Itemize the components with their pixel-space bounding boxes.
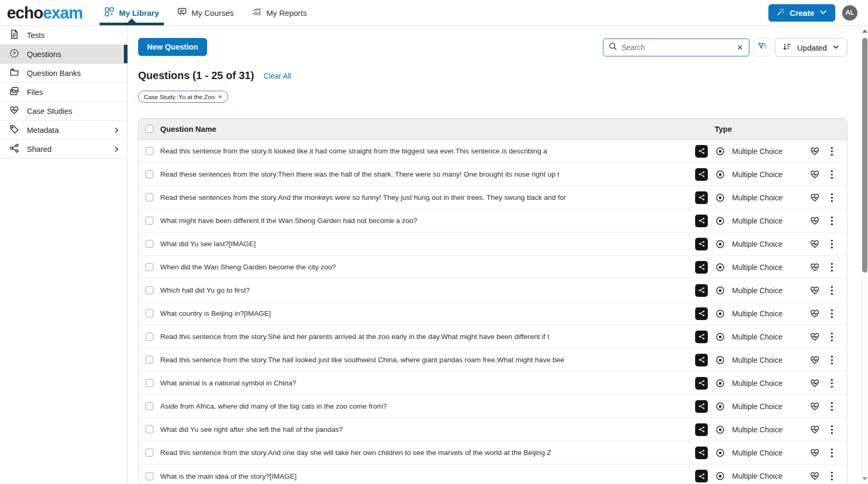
row-menu-button[interactable] (831, 425, 833, 434)
new-question-button[interactable]: New Question (138, 38, 207, 56)
row-checkbox[interactable] (145, 286, 153, 294)
row-menu-button[interactable] (831, 448, 833, 458)
scrollbar-up-arrow[interactable] (862, 30, 867, 33)
filter-button[interactable] (754, 38, 771, 56)
tab-my-reports[interactable]: My Reports (243, 0, 316, 25)
case-study-icon[interactable] (810, 332, 820, 342)
sort-button[interactable]: Updated (775, 38, 847, 57)
question-name[interactable]: Read these sentences from the story.Then… (160, 170, 559, 178)
case-study-icon[interactable] (810, 286, 820, 295)
case-study-icon[interactable] (810, 355, 820, 365)
question-name[interactable]: What animal is a national symbol in Chin… (160, 379, 296, 387)
row-checkbox[interactable] (145, 425, 153, 433)
row-checkbox[interactable] (145, 309, 153, 317)
row-checkbox[interactable] (145, 217, 153, 225)
scrollbar-down-arrow[interactable] (862, 477, 867, 480)
sidebar-item-case-studies[interactable]: Case Studies (0, 102, 127, 121)
search-input[interactable] (621, 43, 732, 52)
question-name[interactable]: What country is Beijing in?[IMAGE] (160, 309, 271, 317)
row-menu-button[interactable] (831, 147, 833, 156)
question-name[interactable]: When did the Wan Sheng Garden become the… (160, 263, 336, 271)
sidebar-item-questions[interactable]: ? Questions (0, 45, 127, 64)
logo-echo: echo (7, 4, 43, 22)
question-name[interactable]: What might have been different if the Wa… (160, 217, 417, 225)
row-menu-button[interactable] (831, 379, 833, 388)
case-study-icon[interactable] (810, 471, 820, 481)
question-name[interactable]: Read this sentence from the story.And on… (160, 449, 551, 457)
row-menu-button[interactable] (831, 170, 833, 179)
case-study-icon[interactable] (810, 402, 820, 411)
column-question-name: Question Name (160, 125, 216, 133)
tab-label: My Library (119, 8, 159, 17)
row-checkbox[interactable] (145, 147, 153, 155)
question-name[interactable]: What did Yu see right after she left the… (160, 425, 343, 433)
toolbar: New Question × Updated (138, 38, 847, 57)
case-study-icon[interactable] (810, 309, 820, 318)
select-all-checkbox[interactable] (145, 125, 153, 133)
create-button[interactable]: Create (768, 4, 835, 22)
case-study-icon[interactable] (810, 425, 820, 434)
row-menu-button[interactable] (831, 332, 833, 342)
row-checkbox[interactable] (145, 240, 153, 248)
avatar[interactable]: AL (842, 5, 857, 21)
question-name[interactable]: Aside from Africa, where did many of the… (160, 402, 387, 410)
row-menu-button[interactable] (831, 193, 833, 202)
question-name[interactable]: Read this sentence from the story.It loo… (160, 147, 547, 155)
case-study-icon[interactable] (810, 448, 820, 458)
case-study-icon[interactable] (810, 216, 820, 226)
row-checkbox[interactable] (145, 379, 153, 387)
case-study-icon[interactable] (810, 147, 820, 156)
search-clear-icon[interactable]: × (736, 43, 744, 52)
tab-my-courses[interactable]: My Courses (168, 0, 243, 25)
question-name[interactable]: Read these sentences from the story.And … (160, 193, 566, 201)
question-type: Multiple Choice (732, 333, 783, 341)
row-checkbox[interactable] (145, 449, 153, 457)
case-study-icon[interactable] (810, 193, 820, 202)
clear-all-link[interactable]: Clear All (264, 72, 291, 80)
column-type: Type (715, 125, 732, 133)
row-checkbox[interactable] (145, 170, 153, 178)
case-study-icon[interactable] (810, 379, 820, 388)
top-bar: echoexam My Library My Courses My Report… (0, 0, 868, 26)
question-type: Multiple Choice (732, 379, 783, 388)
row-checkbox[interactable] (145, 193, 153, 201)
row-checkbox[interactable] (145, 356, 153, 364)
table-row: What did Yu see last?[IMAGE] Multiple Ch… (139, 233, 847, 256)
table-header: Question Name Type (139, 119, 847, 140)
tab-my-library[interactable]: My Library (95, 0, 168, 25)
multiple-choice-icon (716, 286, 725, 295)
vertical-scrollbar[interactable] (861, 26, 868, 484)
case-study-icon[interactable] (810, 263, 820, 272)
sidebar-item-shared[interactable]: Shared (0, 140, 127, 159)
row-menu-button[interactable] (831, 239, 833, 249)
row-menu-button[interactable] (831, 355, 833, 365)
images-icon (9, 86, 19, 98)
row-menu-button[interactable] (831, 402, 833, 411)
row-menu-button[interactable] (831, 309, 833, 318)
sidebar-item-metadata[interactable]: Metadata (0, 121, 127, 140)
row-checkbox[interactable] (145, 472, 153, 480)
row-menu-button[interactable] (831, 286, 833, 295)
question-name[interactable]: Read this sentence from the story.She an… (160, 333, 549, 341)
question-name[interactable]: Which hall did Yu go to first? (160, 286, 250, 294)
sidebar-item-tests[interactable]: Tests (0, 26, 127, 45)
sidebar-item-question-banks[interactable]: Question Banks (0, 64, 127, 83)
row-menu-button[interactable] (831, 216, 833, 226)
case-study-icon[interactable] (810, 239, 820, 249)
chip-remove-icon[interactable]: × (218, 93, 222, 100)
scrollbar-thumb[interactable] (862, 38, 867, 273)
row-checkbox[interactable] (145, 333, 153, 341)
echoexam-logo[interactable]: echoexam (7, 5, 83, 21)
row-checkbox[interactable] (145, 402, 153, 410)
question-name[interactable]: What is the main idea of the story?[IMAG… (160, 472, 297, 480)
row-checkbox[interactable] (145, 263, 153, 271)
question-name[interactable]: Read this sentence from the story.The ha… (160, 356, 564, 364)
question-name[interactable]: What did Yu see last?[IMAGE] (160, 240, 256, 248)
multiple-choice-icon (716, 425, 725, 434)
case-study-icon[interactable] (810, 170, 820, 179)
row-menu-button[interactable] (831, 471, 833, 481)
table-row: Read this sentence from the story.And on… (139, 441, 847, 464)
row-menu-button[interactable] (831, 263, 833, 272)
question-type: Multiple Choice (732, 402, 783, 411)
sidebar-item-files[interactable]: Files (0, 83, 127, 102)
